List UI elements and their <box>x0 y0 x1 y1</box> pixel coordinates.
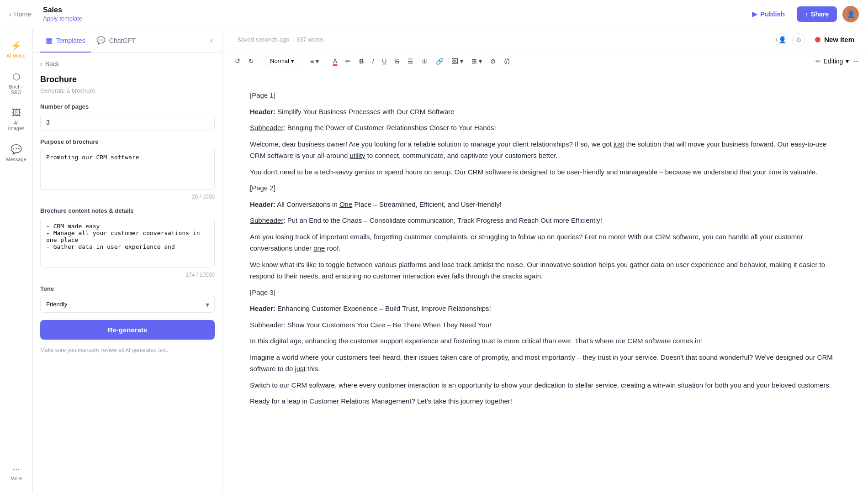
purpose-group: Purpose of brochure Promoting our CRM so… <box>40 138 215 200</box>
toolbar-divider-3 <box>326 57 326 66</box>
page1-body1: Welcome, dear business owner! Are you lo… <box>250 138 841 162</box>
page3-body3: Switch to our CRM software, where every … <box>250 379 841 391</box>
chevron-left-icon: ‹ <box>9 10 11 18</box>
message-icon: 💬 <box>11 144 22 155</box>
brief-icon: ⬡ <box>12 71 20 82</box>
sidebar-item-ai-images[interactable]: 🖼 AI Images <box>2 103 31 136</box>
panel-tabs: ▦ Templates 💬 ChatGPT ‹ <box>33 28 222 53</box>
undo-button[interactable]: ↺ <box>232 55 243 67</box>
more-icon: ··· <box>12 463 20 474</box>
sidebar-item-message[interactable]: 💬 Message <box>2 139 31 167</box>
page3-body2: Imagine a world where your customers fee… <box>250 351 841 375</box>
chevron-down-icon: ▾ <box>291 58 294 64</box>
saved-status: Saved seconds ago 337 words <box>232 36 324 43</box>
text-style-select[interactable]: Normal ▾ <box>265 55 299 67</box>
left-panel: ▦ Templates 💬 ChatGPT ‹ ‹ Back Brochure … <box>33 28 222 493</box>
page3-subheader: Subheader: Show Your Customers You Care … <box>250 319 841 331</box>
editing-mode: ✏ Editing ▾ ··· <box>815 58 859 65</box>
underline-button[interactable]: U <box>379 55 390 67</box>
tone-select-wrapper: Friendly Professional Casual Formal <box>40 296 215 313</box>
code-button[interactable]: ⟨/⟩ <box>501 55 513 67</box>
home-label: Home <box>14 10 31 18</box>
top-nav-right: ▶ Publish ↑ Share 👤 <box>746 6 859 22</box>
more-options-icon[interactable]: ··· <box>853 58 859 65</box>
lightning-icon: ⚡ <box>11 40 22 51</box>
share-icon: ↑ <box>805 10 808 18</box>
purpose-textarea[interactable]: Promoting our CRM software <box>40 149 215 190</box>
purpose-label: Purpose of brochure <box>40 138 215 145</box>
panel-description: Generate a brochure. <box>40 87 215 94</box>
page2-label: [Page 2] <box>250 182 841 194</box>
bold-button[interactable]: B <box>356 55 367 67</box>
sidebar-icons: ⚡ AI Writer ⬡ Brief + SEO 🖼 AI Images 💬 … <box>0 28 33 493</box>
tab-chatgpt[interactable]: 💬 ChatGPT <box>91 28 141 52</box>
chatgpt-tab-icon: 💬 <box>96 36 106 45</box>
sidebar-item-brief-seo[interactable]: ⬡ Brief + SEO <box>2 67 31 100</box>
tone-group: Tone Friendly Professional Casual Formal <box>40 285 215 313</box>
templates-tab-icon: ▦ <box>46 36 53 45</box>
number-of-pages-group: Number of pages <box>40 103 215 131</box>
notes-textarea[interactable]: - CRM made easy - Manage all your custom… <box>40 218 215 268</box>
notes-label: Brochure content notes & details <box>40 207 215 214</box>
page2-header: Header: All Conversations in One Place –… <box>250 199 841 210</box>
link-button[interactable]: 🔗 <box>433 55 447 67</box>
toolbar-divider-2 <box>303 57 303 66</box>
apply-template-link[interactable]: Apply template <box>43 15 82 22</box>
share-button[interactable]: ↑ Share <box>797 6 837 22</box>
text-color-button[interactable]: A <box>330 55 340 67</box>
add-user-icon[interactable]: +👤 <box>774 33 787 46</box>
back-chevron-icon: ‹ <box>40 60 42 68</box>
main-layout: ⚡ AI Writer ⬡ Brief + SEO 🖼 AI Images 💬 … <box>0 28 868 493</box>
panel-title: Brochure <box>40 75 215 84</box>
sidebar-item-more[interactable]: ··· More <box>2 459 31 486</box>
bullet-list-button[interactable]: ☰ <box>404 55 417 67</box>
number-of-pages-label: Number of pages <box>40 103 215 110</box>
numbered-list-button[interactable]: ① <box>418 55 431 67</box>
notes-group: Brochure content notes & details - CRM m… <box>40 207 215 278</box>
number-of-pages-input[interactable] <box>40 114 215 131</box>
pencil-icon: ✏ <box>815 58 821 65</box>
left-panel-content: ‹ Back Brochure Generate a brochure. Num… <box>33 53 222 493</box>
disclaimer-text: Make sure you manually review all AI gen… <box>40 346 215 354</box>
align-button[interactable]: ≡ ▾ <box>307 55 322 67</box>
redo-button[interactable]: ↻ <box>245 55 257 67</box>
sidebar-item-ai-writer[interactable]: ⚡ AI Writer <box>2 36 31 63</box>
page3-body4: Ready for a leap in Customer Relations M… <box>250 395 841 407</box>
purpose-char-count: 26 / 1000 <box>40 194 215 200</box>
table-button[interactable]: ⊞ ▾ <box>468 55 485 67</box>
avatar[interactable]: 👤 <box>842 6 859 22</box>
toolbar-divider-1 <box>261 57 261 66</box>
back-link[interactable]: ‹ Back <box>40 60 215 68</box>
image-icon: 🖼 <box>12 108 21 118</box>
page1-subheader: Subheader: Bringing the Power of Custome… <box>250 122 841 134</box>
breadcrumb-title: Sales <box>43 6 82 14</box>
new-item-dot <box>815 37 820 42</box>
page2-body2: We know what it's like to toggle between… <box>250 259 841 282</box>
editor-content[interactable]: [Page 1] Header: Simplify Your Business … <box>222 71 868 493</box>
right-area: Saved seconds ago 337 words +👤 ⚙ New Ite… <box>222 28 868 493</box>
tone-select[interactable]: Friendly Professional Casual Formal <box>40 296 215 313</box>
collapse-panel-button[interactable]: ‹ <box>208 28 215 52</box>
italic-button[interactable]: I <box>369 55 377 67</box>
clear-format-button[interactable]: ⊘ <box>487 55 499 67</box>
notes-char-count: 174 / 10000 <box>40 272 215 278</box>
page2-subheader: Subheader: Put an End to the Chaos – Con… <box>250 215 841 226</box>
regenerate-button[interactable]: Re-generate <box>40 320 215 340</box>
home-link[interactable]: ‹ Home <box>9 10 31 18</box>
publish-button[interactable]: ▶ Publish <box>746 6 791 22</box>
publish-icon: ▶ <box>752 10 757 18</box>
page1-label: [Page 1] <box>250 89 841 101</box>
settings-icon[interactable]: ⚙ <box>792 33 805 46</box>
image-button[interactable]: 🖼 ▾ <box>449 55 466 67</box>
page1-header: Header: Simplify Your Business Processes… <box>250 106 841 118</box>
page3-body1: In this digital age, enhancing the custo… <box>250 335 841 347</box>
editor-toolbar: ↺ ↻ Normal ▾ ≡ ▾ A ✏ B I U S ☰ ① 🔗 🖼 ▾ ⊞… <box>222 51 868 71</box>
highlight-button[interactable]: ✏ <box>342 55 354 67</box>
page3-header: Header: Enhancing Customer Experience – … <box>250 303 841 315</box>
page1-body2: You don't need to be a tech-savvy genius… <box>250 166 841 178</box>
new-item-button[interactable]: New Item <box>810 33 859 46</box>
editing-chevron-icon[interactable]: ▾ <box>846 58 849 65</box>
tab-templates[interactable]: ▦ Templates <box>40 28 91 52</box>
strikethrough-button[interactable]: S <box>392 55 402 67</box>
tone-label: Tone <box>40 285 215 292</box>
